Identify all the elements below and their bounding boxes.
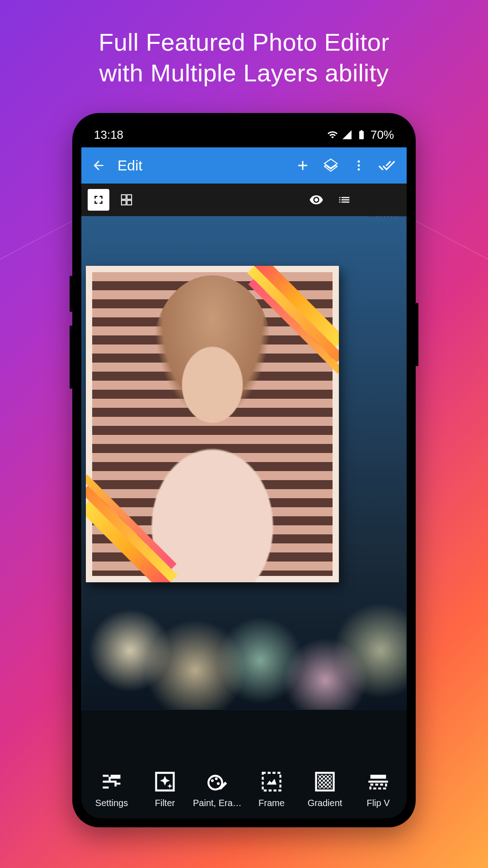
svg-point-6 — [217, 782, 220, 785]
done-button[interactable] — [375, 157, 399, 174]
photo-layer[interactable] — [86, 266, 339, 582]
wifi-icon — [327, 129, 338, 140]
svg-rect-8 — [318, 774, 332, 788]
tool-settings[interactable]: Settings — [85, 770, 138, 808]
done-all-icon — [378, 157, 395, 174]
tool-gradient[interactable]: Gradient — [298, 770, 352, 808]
grid-icon — [120, 193, 133, 207]
frame-corner — [86, 494, 174, 582]
tool-label: Settings — [95, 798, 128, 808]
battery-percent: 70% — [371, 128, 394, 142]
tool-filter[interactable]: Filter — [138, 770, 192, 808]
bottom-toolbar: Settings Filter Paint, Erase,... Frame — [81, 760, 407, 818]
tool-flip-v[interactable]: Flip V — [352, 770, 405, 808]
layers-button[interactable] — [319, 158, 343, 173]
tool-label: Paint, Erase,... — [193, 798, 244, 808]
page-title: Edit — [117, 157, 286, 174]
status-time: 13:18 — [94, 128, 123, 142]
promo-line2: with Multiple Layers ability — [0, 58, 488, 89]
visibility-button[interactable] — [305, 189, 327, 211]
spacer-strip — [81, 710, 407, 760]
phone-side-button — [70, 276, 72, 312]
svg-point-0 — [358, 160, 360, 163]
svg-point-5 — [215, 777, 218, 780]
sub-toolbar — [81, 184, 407, 216]
tool-frame[interactable]: Frame — [245, 770, 298, 808]
gradient-icon — [313, 770, 337, 793]
palette-brush-icon — [206, 770, 230, 793]
main-canvas[interactable] — [81, 216, 368, 710]
phone-frame: 13:18 70% Edit — [72, 113, 416, 827]
more-vert-icon — [352, 159, 366, 172]
more-button[interactable] — [347, 159, 371, 172]
eye-icon — [309, 193, 324, 207]
app-bar: Edit — [81, 147, 407, 184]
svg-point-2 — [358, 168, 360, 170]
status-indicators: 70% — [327, 128, 394, 142]
svg-point-1 — [358, 165, 360, 167]
signal-icon — [342, 129, 352, 140]
fullscreen-button[interactable] — [88, 189, 109, 211]
promo-headline: Full Featured Photo Editor with Multiple… — [0, 0, 488, 88]
back-button[interactable] — [89, 158, 108, 173]
grid-button[interactable] — [116, 189, 137, 211]
frame-corner — [250, 266, 339, 354]
list-button[interactable] — [333, 189, 355, 211]
sparkle-icon — [153, 770, 177, 793]
layers-icon — [323, 158, 338, 173]
expand-icon — [92, 193, 105, 207]
plus-icon — [295, 158, 310, 173]
arrow-left-icon — [91, 158, 106, 173]
tool-label: Gradient — [308, 798, 343, 808]
phone-screen: 13:18 70% Edit — [81, 122, 407, 818]
add-button[interactable] — [291, 158, 314, 173]
tool-label: Frame — [258, 798, 285, 808]
tool-label: Filter — [155, 798, 175, 808]
phone-side-button — [70, 326, 72, 389]
promo-line1: Full Featured Photo Editor — [0, 27, 488, 58]
flip-vertical-icon — [366, 770, 390, 793]
status-bar: 13:18 70% — [81, 122, 407, 147]
sliders-icon — [100, 770, 123, 793]
tool-paint[interactable]: Paint, Erase,... — [192, 770, 245, 808]
svg-point-4 — [211, 779, 214, 782]
list-icon — [338, 193, 351, 207]
canvas-area: SELECT LAYERS pic shadow — [81, 216, 407, 710]
tool-label: Flip V — [366, 798, 389, 808]
frame-icon — [260, 770, 283, 793]
phone-side-button — [416, 303, 418, 366]
battery-icon — [356, 129, 367, 140]
